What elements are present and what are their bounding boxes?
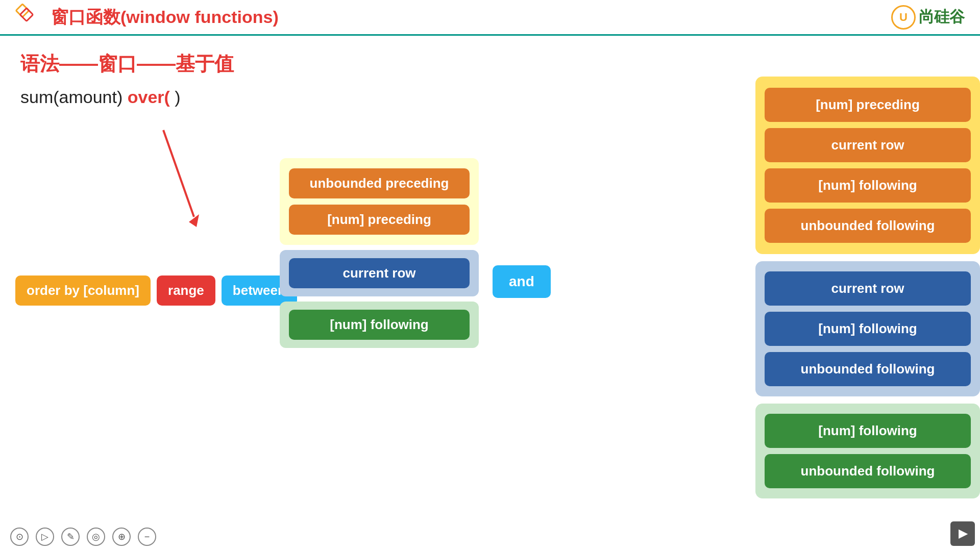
syntax-title: 语法——窗口——基于值 <box>20 51 960 77</box>
right-unbounded-following-btn1: unbounded following <box>765 209 971 243</box>
bottom-toolbar: ⊙ ▷ ✎ ◎ ⊕ − <box>10 528 156 546</box>
right-panel: [num] preceding current row [num] follow… <box>755 77 980 498</box>
middle-green-section: [num] following <box>280 302 479 348</box>
brand-name-text: 尚硅谷 <box>919 7 965 28</box>
unbounded-preceding-btn: unbounded preceding <box>289 168 470 198</box>
toolbar-icon-3[interactable]: ✎ <box>61 528 80 546</box>
right-current-row-btn1: current row <box>765 128 971 162</box>
logo-diamond-icon <box>15 3 43 31</box>
right-yellow-section: [num] preceding current row [num] follow… <box>755 77 980 254</box>
right-unbounded-following-btn3: unbounded following <box>765 454 971 488</box>
right-green-section: [num] following unbounded following <box>755 404 980 498</box>
num-following-btn-mid: [num] following <box>289 310 470 340</box>
toolbar-icon-4[interactable]: ◎ <box>87 528 105 546</box>
current-row-btn-mid: current row <box>289 258 470 288</box>
order-by-button: order by [column] <box>15 276 151 306</box>
brand-logo: U 尚硅谷 <box>891 5 965 30</box>
header-left: 窗口函数(window functions) <box>15 3 279 31</box>
toolbar-icon-1[interactable]: ⊙ <box>10 528 29 546</box>
code-close: ) <box>175 87 180 107</box>
svg-line-2 <box>163 130 194 217</box>
right-num-following-btn2: [num] following <box>765 312 971 346</box>
main-content: 语法——窗口——基于值 sum(amount) over( ) order by… <box>0 36 980 551</box>
svg-rect-1 <box>20 8 33 21</box>
toolbar-icon-6[interactable]: − <box>138 528 156 546</box>
right-blue-section: current row [num] following unbounded fo… <box>755 261 980 396</box>
middle-yellow-section: unbounded preceding [num] preceding <box>280 158 479 245</box>
right-num-following-btn1: [num] following <box>765 168 971 203</box>
right-current-row-btn2: current row <box>765 271 971 306</box>
brand-icon: U <box>891 5 916 30</box>
range-button: range <box>157 276 215 306</box>
toolbar-icon-2[interactable]: ▷ <box>36 528 54 546</box>
middle-column: unbounded preceding [num] preceding curr… <box>280 158 479 348</box>
header: 窗口函数(window functions) U 尚硅谷 <box>0 0 980 36</box>
toolbar-icon-5[interactable]: ⊕ <box>112 528 131 546</box>
bottom-right-indicator: ▶ <box>950 521 975 546</box>
svg-rect-0 <box>16 4 29 17</box>
right-num-preceding-btn: [num] preceding <box>765 88 971 122</box>
right-num-following-btn3: [num] following <box>765 414 971 448</box>
arrow-icon <box>138 125 214 237</box>
and-button: and <box>493 265 551 298</box>
code-text: sum(amount) <box>20 87 128 107</box>
left-labels-group: order by [column] range between <box>15 276 297 306</box>
code-over-keyword: over( <box>128 87 175 107</box>
and-button-container: and <box>493 265 551 298</box>
middle-blue-section: current row <box>280 250 479 296</box>
right-unbounded-following-btn2: unbounded following <box>765 352 971 386</box>
page-title: 窗口函数(window functions) <box>51 6 279 29</box>
num-preceding-btn: [num] preceding <box>289 205 470 235</box>
